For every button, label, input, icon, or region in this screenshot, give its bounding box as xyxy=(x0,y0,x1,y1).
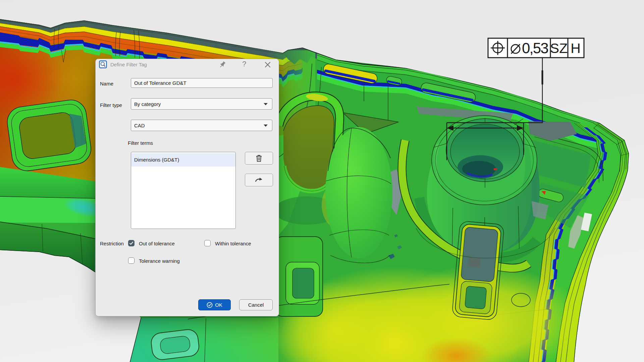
svg-text:0,53: 0,53 xyxy=(522,40,548,56)
svg-text:H: H xyxy=(571,41,581,56)
svg-text:SZ: SZ xyxy=(550,41,568,56)
